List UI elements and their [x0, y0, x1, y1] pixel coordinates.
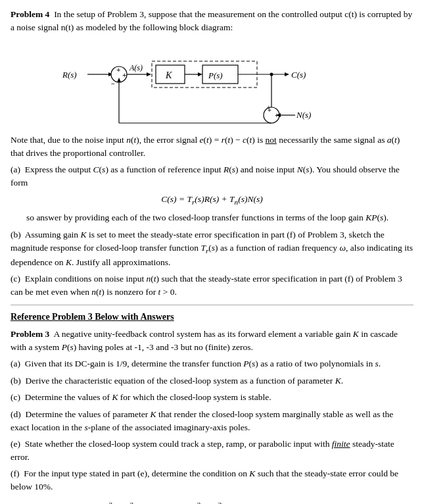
svg-text:C(s): C(s)	[291, 70, 306, 80]
problem3-part-e: (e) State whether the closed-loop system…	[11, 438, 413, 463]
svg-text:−: −	[111, 80, 115, 88]
problem4-part-b: (b) Assuming gain K is set to meet the s…	[11, 228, 413, 268]
problem3-part-f: (f) For the input type stated in part (e…	[11, 467, 413, 493]
formula-c: C(s) = Tr(s)R(s) + Tn(s)N(s)	[11, 193, 413, 207]
problem3-block: Problem 3 A negative unity-feedback cont…	[11, 328, 413, 493]
svg-text:+: +	[122, 71, 126, 79]
problem3-part-c: (c) Determine the values of K for which …	[11, 391, 413, 404]
ref-header: Reference Problem 3 Below with Answers	[11, 312, 413, 322]
problem3-part-b: (b) Derive the characteristic equation o…	[11, 374, 413, 388]
svg-marker-18	[285, 72, 289, 76]
problem4-part-c: (c) Explain conditions on noise input n(…	[11, 272, 413, 298]
problem4-title: Problem 4	[11, 9, 49, 19]
svg-text:A(s): A(s)	[129, 63, 143, 72]
problem4-part-a: (a) Express the output C(s) as a functio…	[11, 163, 413, 224]
problem4-intro: In the setup of Problem 3, suppose that …	[11, 9, 412, 32]
block-diagram: R(s) + + A(s) K	[11, 41, 413, 127]
svg-text:K: K	[165, 70, 172, 80]
svg-text:+: +	[116, 66, 120, 74]
problem3-part-d: (d) Determine the values of parameter K …	[11, 408, 413, 434]
problem3-answers: Problem 3: (a) P(s) = 1/ (s3 + 7s2 + 15s…	[11, 499, 413, 504]
svg-marker-7	[147, 72, 151, 76]
diagram-svg: R(s) + + A(s) K	[61, 41, 364, 127]
svg-text:R(s): R(s)	[62, 70, 77, 80]
svg-text:P(s): P(s)	[208, 70, 223, 80]
problem4-note: Note that, due to the noise input n(t), …	[11, 134, 413, 159]
svg-text:+: +	[267, 104, 271, 111]
problem3-part-a: (a) Given that its DC-gain is 1/9, deter…	[11, 357, 413, 370]
svg-marker-13	[198, 72, 202, 76]
svg-text:N(s): N(s)	[296, 110, 311, 120]
